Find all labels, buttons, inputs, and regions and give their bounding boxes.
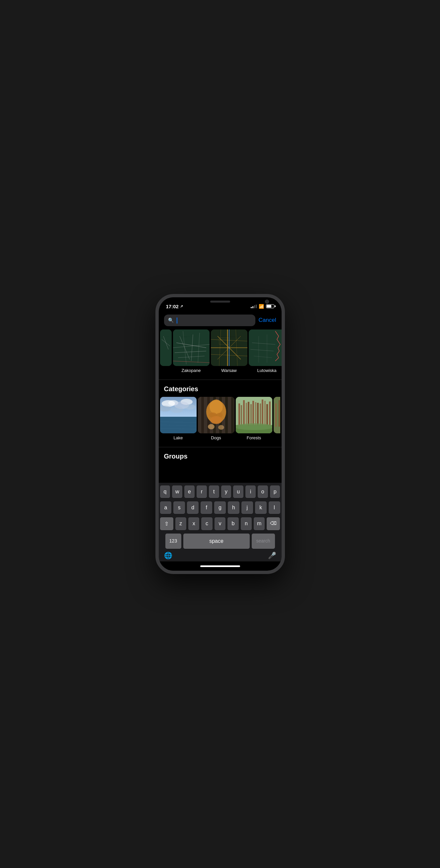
key-f[interactable]: f (201, 501, 212, 514)
svg-point-36 (170, 406, 183, 413)
key-p[interactable]: p (270, 486, 280, 498)
wifi-icon: 📶 (259, 304, 264, 309)
places-row: Zakopane (159, 330, 282, 373)
svg-point-34 (185, 404, 195, 409)
globe-icon[interactable]: 🌐 (164, 552, 172, 559)
key-c[interactable]: c (201, 517, 212, 530)
numbers-key[interactable]: 123 (165, 533, 181, 549)
search-bar[interactable]: 🔍 (164, 315, 255, 326)
signal-bars (251, 305, 257, 308)
key-j[interactable]: j (241, 501, 253, 514)
key-x[interactable]: x (188, 517, 199, 530)
cancel-button[interactable]: Cancel (259, 317, 276, 323)
key-n[interactable]: n (241, 517, 252, 530)
place-item-warsaw[interactable]: Warsaw (211, 330, 247, 373)
svg-rect-58 (243, 400, 245, 425)
keyboard: q w e r t y u i o p a s d f g h j k (159, 483, 282, 561)
svg-rect-66 (246, 403, 247, 425)
space-key[interactable]: space (183, 533, 250, 549)
cursor (177, 317, 177, 323)
svg-rect-61 (257, 403, 259, 425)
svg-rect-59 (248, 402, 250, 426)
svg-rect-0 (160, 330, 172, 366)
location-icon: ↗ (180, 304, 183, 309)
svg-rect-60 (253, 401, 254, 425)
keyboard-row-4: 123 space search (160, 533, 280, 549)
svg-rect-24 (249, 330, 282, 366)
key-g[interactable]: g (214, 501, 226, 514)
key-h[interactable]: h (228, 501, 239, 514)
svg-rect-62 (262, 400, 263, 425)
category-name-forests: Forests (247, 435, 261, 440)
key-t[interactable]: t (209, 486, 219, 498)
svg-rect-57 (238, 403, 240, 427)
keyboard-row-1: q w e r t y u i o p (160, 486, 280, 498)
keyboard-row-2: a s d f g h j k l (160, 501, 280, 514)
place-name-warsaw: Warsaw (221, 368, 236, 373)
bottom-spacer (159, 467, 282, 473)
key-z[interactable]: z (175, 517, 186, 530)
key-q[interactable]: q (160, 486, 170, 498)
category-name-dogs: Dogs (211, 435, 221, 440)
key-b[interactable]: b (228, 517, 238, 530)
status-bar: 17:02 ↗ 📶 (159, 297, 282, 312)
place-name-zakopane: Zakopane (182, 368, 201, 373)
groups-section: Groups (159, 450, 282, 467)
key-k[interactable]: k (255, 501, 267, 514)
search-icon: 🔍 (168, 317, 174, 323)
phone-speaker (210, 301, 230, 303)
search-key[interactable]: search (252, 533, 275, 549)
place-name-lutowiska: Lutowiska (257, 368, 276, 373)
keyboard-bottom-row: 🌐 🎤 (160, 550, 280, 560)
svg-point-71 (236, 423, 272, 430)
category-item-partial (274, 397, 280, 440)
svg-rect-47 (231, 397, 234, 433)
place-item-zakopane[interactable]: Zakopane (173, 330, 209, 373)
categories-title: Categories (159, 385, 282, 397)
places-section: Zakopane (159, 330, 282, 377)
key-s[interactable]: s (173, 501, 185, 514)
key-a[interactable]: a (160, 501, 172, 514)
svg-rect-65 (241, 405, 242, 426)
key-u[interactable]: u (233, 486, 243, 498)
content-scroll[interactable]: Zakopane (159, 330, 282, 483)
key-l[interactable]: l (269, 501, 280, 514)
place-item-partial[interactable] (160, 330, 172, 373)
key-v[interactable]: v (214, 517, 226, 530)
key-o[interactable]: o (258, 486, 268, 498)
key-r[interactable]: r (197, 486, 207, 498)
phone-frame: 17:02 ↗ 📶 🔍 (155, 294, 285, 574)
svg-rect-42 (201, 397, 204, 433)
key-e[interactable]: e (184, 486, 195, 498)
groups-title: Groups (159, 453, 282, 464)
category-name-lake: Lake (173, 435, 183, 440)
keyboard-row-3: ⇧ z x c v b n m ⌫ (160, 517, 280, 530)
category-item-lake[interactable]: Lake (160, 397, 197, 440)
backspace-key[interactable]: ⌫ (267, 517, 280, 530)
svg-point-54 (218, 425, 224, 430)
section-divider-2 (159, 447, 282, 447)
categories-row: Lake (159, 397, 282, 440)
battery-icon (266, 304, 274, 308)
status-right: 📶 (251, 304, 274, 309)
key-m[interactable]: m (254, 517, 265, 530)
mic-icon[interactable]: 🎤 (268, 552, 276, 559)
key-w[interactable]: w (172, 486, 182, 498)
svg-point-49 (209, 400, 223, 414)
svg-rect-73 (275, 403, 276, 427)
svg-rect-64 (269, 401, 271, 425)
shift-key[interactable]: ⇧ (160, 517, 173, 530)
svg-rect-67 (251, 404, 252, 425)
status-time: 17:02 ↗ (166, 304, 183, 309)
svg-rect-70 (264, 401, 266, 425)
home-indicator (159, 561, 282, 571)
categories-section: Categories (159, 382, 282, 444)
key-y[interactable]: y (221, 486, 231, 498)
category-item-dogs[interactable]: Dogs (198, 397, 234, 440)
key-i[interactable]: i (245, 486, 256, 498)
svg-rect-74 (278, 400, 280, 427)
search-input[interactable] (176, 317, 252, 323)
key-d[interactable]: d (187, 501, 199, 514)
place-item-lutowiska[interactable]: Lutowiska (249, 330, 282, 373)
category-item-forests[interactable]: Forests (236, 397, 272, 440)
